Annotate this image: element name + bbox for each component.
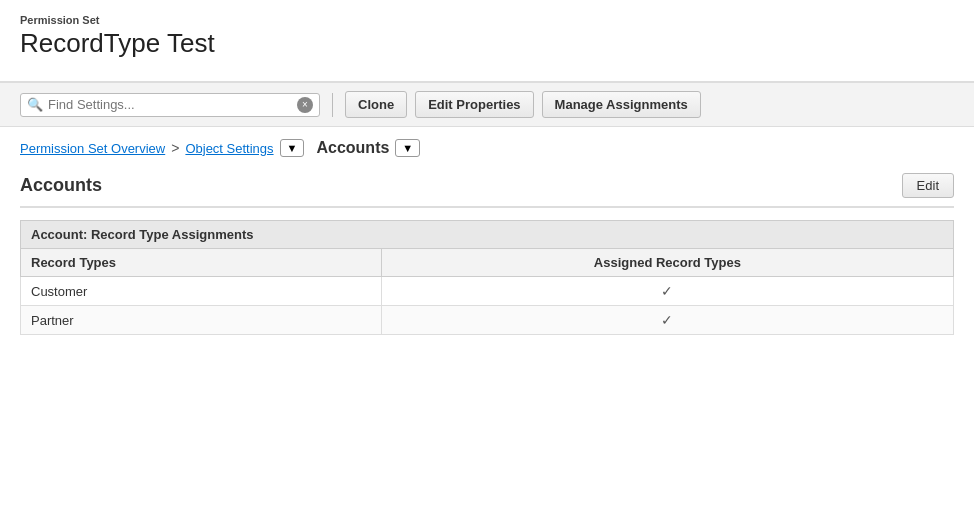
current-object-label: Accounts (316, 139, 389, 157)
table-row: Partner✓ (21, 306, 954, 335)
record-type-name: Partner (21, 306, 382, 335)
toolbar-divider (332, 93, 333, 117)
column-header-record-types: Record Types (21, 249, 382, 277)
edit-properties-button[interactable]: Edit Properties (415, 91, 533, 118)
accounts-dropdown-button[interactable]: ▼ (395, 139, 420, 157)
search-wrapper: 🔍 × (20, 93, 320, 117)
object-settings-dropdown-icon: ▼ (287, 142, 298, 154)
table-row: Customer✓ (21, 277, 954, 306)
record-type-assigned: ✓ (381, 277, 953, 306)
manage-assignments-button[interactable]: Manage Assignments (542, 91, 701, 118)
record-type-section-heading: Account: Record Type Assignments (20, 220, 954, 248)
clone-button[interactable]: Clone (345, 91, 407, 118)
section-title: Accounts (20, 175, 102, 196)
breadcrumb-separator: > (171, 140, 179, 156)
page-header: Permission Set RecordType Test (0, 0, 974, 82)
page-title: RecordType Test (20, 28, 954, 59)
section-header: Accounts Edit (20, 165, 954, 208)
accounts-dropdown-icon: ▼ (402, 142, 413, 154)
record-type-name: Customer (21, 277, 382, 306)
toolbar: 🔍 × Clone Edit Properties Manage Assignm… (0, 82, 974, 127)
breadcrumb-object-settings-link[interactable]: Object Settings (185, 141, 273, 156)
record-type-section: Account: Record Type Assignments Record … (20, 220, 954, 335)
main-content: Accounts Edit Account: Record Type Assig… (0, 165, 974, 355)
object-settings-dropdown-button[interactable]: ▼ (280, 139, 305, 157)
search-input[interactable] (48, 97, 297, 112)
breadcrumb-bar: Permission Set Overview > Object Setting… (0, 127, 974, 165)
table-header-row: Record Types Assigned Record Types (21, 249, 954, 277)
checkmark-icon: ✓ (661, 283, 673, 299)
column-header-assigned-record-types: Assigned Record Types (381, 249, 953, 277)
record-type-table: Record Types Assigned Record Types Custo… (20, 248, 954, 335)
breadcrumb-overview-link[interactable]: Permission Set Overview (20, 141, 165, 156)
permission-set-label: Permission Set (20, 14, 954, 26)
search-icon: 🔍 (27, 97, 43, 112)
clear-search-button[interactable]: × (297, 97, 313, 113)
edit-button[interactable]: Edit (902, 173, 954, 198)
record-type-assigned: ✓ (381, 306, 953, 335)
checkmark-icon: ✓ (661, 312, 673, 328)
